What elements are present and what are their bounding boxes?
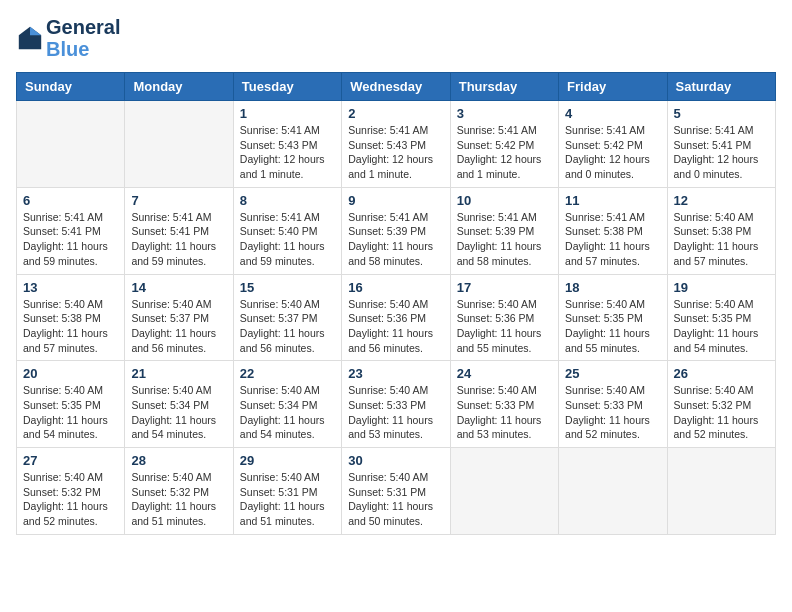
page-header: General Blue	[16, 16, 776, 60]
day-number: 22	[240, 366, 335, 381]
day-number: 9	[348, 193, 443, 208]
day-cell: 30Sunrise: 5:40 AMSunset: 5:31 PMDayligh…	[342, 448, 450, 535]
day-number: 26	[674, 366, 769, 381]
day-info: Sunrise: 5:40 AMSunset: 5:37 PMDaylight:…	[131, 297, 226, 356]
day-number: 3	[457, 106, 552, 121]
day-cell: 20Sunrise: 5:40 AMSunset: 5:35 PMDayligh…	[17, 361, 125, 448]
svg-marker-1	[30, 27, 41, 35]
day-number: 17	[457, 280, 552, 295]
day-info: Sunrise: 5:40 AMSunset: 5:36 PMDaylight:…	[457, 297, 552, 356]
day-info: Sunrise: 5:41 AMSunset: 5:39 PMDaylight:…	[457, 210, 552, 269]
day-info: Sunrise: 5:40 AMSunset: 5:33 PMDaylight:…	[348, 383, 443, 442]
day-cell: 19Sunrise: 5:40 AMSunset: 5:35 PMDayligh…	[667, 274, 775, 361]
day-number: 10	[457, 193, 552, 208]
day-number: 15	[240, 280, 335, 295]
day-info: Sunrise: 5:40 AMSunset: 5:37 PMDaylight:…	[240, 297, 335, 356]
calendar-table: SundayMondayTuesdayWednesdayThursdayFrid…	[16, 72, 776, 535]
day-cell: 11Sunrise: 5:41 AMSunset: 5:38 PMDayligh…	[559, 187, 667, 274]
day-cell: 6Sunrise: 5:41 AMSunset: 5:41 PMDaylight…	[17, 187, 125, 274]
day-number: 30	[348, 453, 443, 468]
column-header-friday: Friday	[559, 73, 667, 101]
day-info: Sunrise: 5:40 AMSunset: 5:31 PMDaylight:…	[348, 470, 443, 529]
day-info: Sunrise: 5:40 AMSunset: 5:32 PMDaylight:…	[674, 383, 769, 442]
day-number: 2	[348, 106, 443, 121]
logo-blue: Blue	[46, 38, 120, 60]
day-number: 21	[131, 366, 226, 381]
day-number: 27	[23, 453, 118, 468]
day-info: Sunrise: 5:41 AMSunset: 5:38 PMDaylight:…	[565, 210, 660, 269]
day-info: Sunrise: 5:41 AMSunset: 5:42 PMDaylight:…	[457, 123, 552, 182]
day-info: Sunrise: 5:40 AMSunset: 5:35 PMDaylight:…	[674, 297, 769, 356]
day-info: Sunrise: 5:40 AMSunset: 5:38 PMDaylight:…	[674, 210, 769, 269]
day-number: 18	[565, 280, 660, 295]
week-row-4: 20Sunrise: 5:40 AMSunset: 5:35 PMDayligh…	[17, 361, 776, 448]
day-number: 8	[240, 193, 335, 208]
logo-general: General	[46, 16, 120, 38]
day-info: Sunrise: 5:40 AMSunset: 5:35 PMDaylight:…	[565, 297, 660, 356]
day-number: 16	[348, 280, 443, 295]
week-row-5: 27Sunrise: 5:40 AMSunset: 5:32 PMDayligh…	[17, 448, 776, 535]
day-cell	[125, 101, 233, 188]
day-number: 19	[674, 280, 769, 295]
day-cell	[450, 448, 558, 535]
day-number: 7	[131, 193, 226, 208]
week-row-3: 13Sunrise: 5:40 AMSunset: 5:38 PMDayligh…	[17, 274, 776, 361]
day-info: Sunrise: 5:41 AMSunset: 5:42 PMDaylight:…	[565, 123, 660, 182]
day-cell	[559, 448, 667, 535]
day-cell: 26Sunrise: 5:40 AMSunset: 5:32 PMDayligh…	[667, 361, 775, 448]
day-cell: 24Sunrise: 5:40 AMSunset: 5:33 PMDayligh…	[450, 361, 558, 448]
day-number: 12	[674, 193, 769, 208]
day-cell: 23Sunrise: 5:40 AMSunset: 5:33 PMDayligh…	[342, 361, 450, 448]
day-cell: 1Sunrise: 5:41 AMSunset: 5:43 PMDaylight…	[233, 101, 341, 188]
day-number: 5	[674, 106, 769, 121]
day-number: 13	[23, 280, 118, 295]
day-info: Sunrise: 5:41 AMSunset: 5:41 PMDaylight:…	[131, 210, 226, 269]
day-cell: 3Sunrise: 5:41 AMSunset: 5:42 PMDaylight…	[450, 101, 558, 188]
day-info: Sunrise: 5:40 AMSunset: 5:31 PMDaylight:…	[240, 470, 335, 529]
column-header-monday: Monday	[125, 73, 233, 101]
day-number: 14	[131, 280, 226, 295]
day-number: 24	[457, 366, 552, 381]
day-cell: 22Sunrise: 5:40 AMSunset: 5:34 PMDayligh…	[233, 361, 341, 448]
day-info: Sunrise: 5:41 AMSunset: 5:43 PMDaylight:…	[240, 123, 335, 182]
day-info: Sunrise: 5:41 AMSunset: 5:41 PMDaylight:…	[23, 210, 118, 269]
day-cell: 2Sunrise: 5:41 AMSunset: 5:43 PMDaylight…	[342, 101, 450, 188]
day-info: Sunrise: 5:41 AMSunset: 5:40 PMDaylight:…	[240, 210, 335, 269]
day-cell: 12Sunrise: 5:40 AMSunset: 5:38 PMDayligh…	[667, 187, 775, 274]
day-number: 1	[240, 106, 335, 121]
column-header-sunday: Sunday	[17, 73, 125, 101]
day-cell: 27Sunrise: 5:40 AMSunset: 5:32 PMDayligh…	[17, 448, 125, 535]
day-cell: 16Sunrise: 5:40 AMSunset: 5:36 PMDayligh…	[342, 274, 450, 361]
day-number: 29	[240, 453, 335, 468]
day-number: 23	[348, 366, 443, 381]
day-info: Sunrise: 5:41 AMSunset: 5:43 PMDaylight:…	[348, 123, 443, 182]
day-cell: 9Sunrise: 5:41 AMSunset: 5:39 PMDaylight…	[342, 187, 450, 274]
day-cell: 25Sunrise: 5:40 AMSunset: 5:33 PMDayligh…	[559, 361, 667, 448]
day-info: Sunrise: 5:40 AMSunset: 5:32 PMDaylight:…	[131, 470, 226, 529]
day-cell: 29Sunrise: 5:40 AMSunset: 5:31 PMDayligh…	[233, 448, 341, 535]
day-cell: 7Sunrise: 5:41 AMSunset: 5:41 PMDaylight…	[125, 187, 233, 274]
day-number: 25	[565, 366, 660, 381]
day-number: 4	[565, 106, 660, 121]
day-cell: 8Sunrise: 5:41 AMSunset: 5:40 PMDaylight…	[233, 187, 341, 274]
day-cell: 15Sunrise: 5:40 AMSunset: 5:37 PMDayligh…	[233, 274, 341, 361]
day-cell: 21Sunrise: 5:40 AMSunset: 5:34 PMDayligh…	[125, 361, 233, 448]
day-number: 28	[131, 453, 226, 468]
calendar-header-row: SundayMondayTuesdayWednesdayThursdayFrid…	[17, 73, 776, 101]
day-number: 6	[23, 193, 118, 208]
day-info: Sunrise: 5:40 AMSunset: 5:34 PMDaylight:…	[240, 383, 335, 442]
day-number: 20	[23, 366, 118, 381]
logo: General Blue	[16, 16, 120, 60]
day-cell: 14Sunrise: 5:40 AMSunset: 5:37 PMDayligh…	[125, 274, 233, 361]
day-cell: 5Sunrise: 5:41 AMSunset: 5:41 PMDaylight…	[667, 101, 775, 188]
day-info: Sunrise: 5:41 AMSunset: 5:39 PMDaylight:…	[348, 210, 443, 269]
day-cell: 13Sunrise: 5:40 AMSunset: 5:38 PMDayligh…	[17, 274, 125, 361]
day-cell	[667, 448, 775, 535]
day-cell: 4Sunrise: 5:41 AMSunset: 5:42 PMDaylight…	[559, 101, 667, 188]
day-cell: 17Sunrise: 5:40 AMSunset: 5:36 PMDayligh…	[450, 274, 558, 361]
day-info: Sunrise: 5:40 AMSunset: 5:33 PMDaylight:…	[457, 383, 552, 442]
day-info: Sunrise: 5:40 AMSunset: 5:32 PMDaylight:…	[23, 470, 118, 529]
day-number: 11	[565, 193, 660, 208]
day-info: Sunrise: 5:41 AMSunset: 5:41 PMDaylight:…	[674, 123, 769, 182]
day-info: Sunrise: 5:40 AMSunset: 5:36 PMDaylight:…	[348, 297, 443, 356]
